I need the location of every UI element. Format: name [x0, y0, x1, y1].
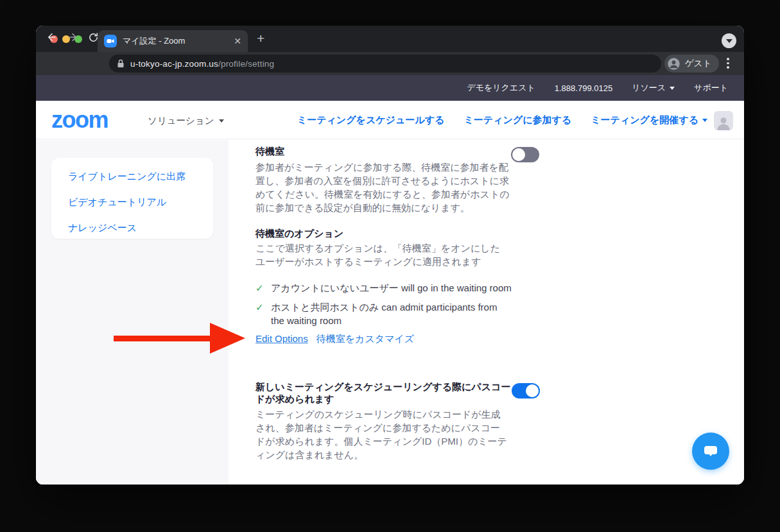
chevron-down-icon	[726, 39, 732, 43]
person-icon	[715, 115, 732, 130]
topbar-link-request-demo[interactable]: デモをリクエスト	[467, 82, 535, 94]
zoom-logo[interactable]: zoom	[51, 107, 108, 133]
check-icon: ✓	[256, 281, 264, 295]
topbar-link-phone[interactable]: 1.888.799.0125	[555, 83, 612, 93]
tab-close-icon[interactable]: ✕	[234, 36, 241, 46]
chevron-down-icon	[670, 87, 675, 90]
nav-join-meeting[interactable]: ミーティングに参加する	[464, 114, 571, 126]
waiting-room-options-title: 待機室のオプション	[256, 227, 343, 239]
option-item-host-cohost: ✓ ホストと共同ホストのみ can admit participants fro…	[256, 300, 512, 327]
passcode-title: 新しいミーティングをスケジューリングする際にパスコードが求められます	[256, 381, 512, 405]
waiting-room-options-description: ここで選択するオプションは、「待機室」をオンにしたユーザーがホストするミーティン…	[256, 241, 510, 268]
sidebar: ライブトレーニングに出席 ビデオチュートリアル ナレッジベース	[36, 140, 229, 485]
zoom-favicon-icon	[104, 35, 117, 47]
waiting-room-title: 待機室	[256, 145, 284, 157]
sidebar-link-video-tutorials[interactable]: ビデオチュートリアル	[68, 196, 213, 209]
topbar-link-resources[interactable]: リソース	[632, 82, 675, 94]
new-tab-button[interactable]: +	[257, 31, 264, 45]
chevron-down-icon	[219, 119, 224, 123]
forward-button[interactable]	[64, 29, 81, 46]
browser-window: マイ設定 - Zoom ✕ + u-tokyo-ac-jp.zoom.us/pr…	[36, 26, 744, 485]
option-item-not-in-account: ✓ アカウントにいないユーザー will go in the waiting r…	[256, 281, 525, 295]
browser-menu-button[interactable]	[727, 58, 729, 69]
site-topbar: デモをリクエスト 1.888.799.0125 リソース サポート	[36, 75, 744, 101]
solutions-menu[interactable]: ソリューション	[148, 115, 224, 127]
reload-button[interactable]	[85, 29, 101, 46]
guest-label: ゲスト	[685, 58, 711, 69]
nav-host-meeting[interactable]: ミーティングを開催する	[591, 114, 707, 126]
user-avatar[interactable]	[714, 111, 733, 130]
browser-tab[interactable]: マイ設定 - Zoom ✕	[98, 30, 248, 52]
sidebar-link-knowledge-base[interactable]: ナレッジベース	[68, 222, 213, 234]
chat-bubble-icon	[702, 443, 719, 459]
annotation-arrow-icon	[210, 323, 245, 354]
check-icon: ✓	[256, 300, 264, 314]
tab-strip: マイ設定 - Zoom ✕ +	[36, 26, 744, 52]
passcode-description: ミーティングのスケジューリング時にパスコードが生成され、参加者はミーティングに参…	[256, 408, 510, 461]
passcode-toggle[interactable]	[512, 383, 540, 399]
site-header: zoom ソリューション ミーティングをスケジュールする ミーティングに参加する…	[36, 101, 744, 139]
header-nav: ミーティングをスケジュールする ミーティングに参加する ミーティングを開催する	[297, 101, 707, 139]
sidebar-card: ライブトレーニングに出席 ビデオチュートリアル ナレッジベース	[51, 158, 213, 239]
profile-pill[interactable]: ゲスト	[664, 55, 719, 73]
nav-schedule-meeting[interactable]: ミーティングをスケジュールする	[297, 114, 445, 126]
sidebar-link-live-training[interactable]: ライブトレーニングに出席	[68, 171, 213, 183]
guest-avatar-icon	[667, 57, 680, 71]
address-bar[interactable]: u-tokyo-ac-jp.zoom.us/profile/setting	[109, 55, 661, 73]
chevron-down-icon	[702, 119, 707, 122]
back-button[interactable]	[44, 29, 60, 46]
chat-bubble-button[interactable]	[692, 433, 729, 470]
annotation-arrow-shaft	[114, 336, 211, 341]
tab-title: マイ設定 - Zoom	[123, 35, 229, 47]
customize-waiting-room-link[interactable]: 待機室をカスタマイズ	[316, 333, 414, 345]
waiting-room-description: 参加者がミーティングに参加する際、待機室に参加者を配置し、参加者の入室を個別に許…	[256, 160, 510, 214]
topbar-link-support[interactable]: サポート	[694, 82, 728, 94]
waiting-room-links: Edit Options 待機室をカスタマイズ	[256, 333, 414, 345]
page-body: ライブトレーニングに出席 ビデオチュートリアル ナレッジベース 待機室 参加者が…	[36, 140, 744, 485]
tab-search-button[interactable]	[722, 33, 736, 48]
url-text: u-tokyo-ac-jp.zoom.us/profile/setting	[130, 59, 274, 69]
lock-icon	[117, 59, 125, 68]
waiting-room-toggle[interactable]	[511, 147, 539, 162]
edit-options-link[interactable]: Edit Options	[256, 333, 308, 345]
